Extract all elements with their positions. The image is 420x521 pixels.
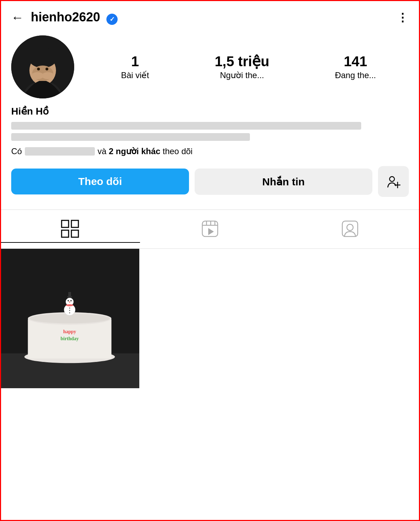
reels-icon <box>201 220 219 238</box>
svg-point-11 <box>390 177 394 181</box>
posts-grid: happy birthday <box>0 249 420 388</box>
followers-count: 1,5 triệu <box>215 54 269 69</box>
svg-rect-15 <box>71 220 78 227</box>
grid-icon <box>61 220 79 238</box>
verified-icon: ✓ <box>106 14 118 25</box>
followers-notice-suffix: và 2 người khác theo dõi <box>98 146 192 156</box>
more-options-button[interactable]: ⋮ <box>397 12 409 23</box>
following-label: Đang the... <box>335 70 376 80</box>
posts-label: Bài viết <box>121 70 149 80</box>
svg-point-42 <box>69 308 70 309</box>
svg-text:birthday: birthday <box>61 336 79 341</box>
svg-point-43 <box>69 310 70 311</box>
stat-followers[interactable]: 1,5 triệu Người the... <box>215 54 269 80</box>
profile-header: ← hienho2620 ✓ ⋮ <box>0 0 420 32</box>
svg-rect-18 <box>202 221 218 236</box>
tab-reels[interactable] <box>140 215 280 243</box>
followers-notice: Có và 2 người khác theo dõi <box>11 146 409 156</box>
svg-point-44 <box>69 313 70 314</box>
stats-row: 1 Bài viết 1,5 triệu Người the... 141 Đa… <box>88 54 409 80</box>
following-count: 141 <box>344 54 367 69</box>
avatar[interactable] <box>11 35 74 98</box>
svg-point-9 <box>37 68 40 70</box>
followers-notice-prefix: Có <box>11 146 22 156</box>
profile-name: Hiền Hồ <box>11 105 409 117</box>
svg-point-41 <box>66 304 74 306</box>
stat-posts[interactable]: 1 Bài viết <box>121 54 149 80</box>
bio-section <box>11 122 409 141</box>
followers-blur <box>25 147 95 156</box>
add-person-icon <box>386 174 400 188</box>
svg-rect-17 <box>71 230 78 237</box>
svg-point-25 <box>347 224 353 231</box>
other-followers-count: 2 người khác <box>109 146 160 156</box>
verified-badge-container: ✓ <box>106 14 118 25</box>
svg-marker-23 <box>208 228 214 235</box>
svg-point-38 <box>69 301 70 303</box>
avatar-image <box>11 35 74 98</box>
add-friend-button[interactable] <box>378 166 409 197</box>
tab-tagged[interactable] <box>280 215 420 243</box>
message-button[interactable]: Nhắn tin <box>195 169 372 195</box>
svg-text:happy: happy <box>63 329 76 334</box>
tab-bar <box>0 210 420 249</box>
bio-line-1 <box>11 122 361 130</box>
svg-point-10 <box>46 68 48 70</box>
back-button[interactable]: ← <box>11 10 24 25</box>
username-title: hienho2620 ✓ <box>31 10 390 25</box>
svg-point-37 <box>70 300 72 301</box>
bio-line-2 <box>11 133 250 141</box>
svg-rect-40 <box>68 292 71 297</box>
action-buttons: Theo dõi Nhắn tin <box>11 166 409 197</box>
tab-grid[interactable] <box>0 215 140 243</box>
followers-label: Người the... <box>220 70 264 80</box>
post-image: happy birthday <box>0 249 139 388</box>
svg-point-5 <box>36 46 49 56</box>
posts-count: 1 <box>131 54 139 69</box>
post-item[interactable]: happy birthday <box>0 249 139 388</box>
follow-button[interactable]: Theo dõi <box>11 169 189 194</box>
svg-rect-16 <box>62 230 69 237</box>
stat-following[interactable]: 141 Đang the... <box>335 54 376 80</box>
svg-point-8 <box>42 72 54 79</box>
profile-section: 1 Bài viết 1,5 triệu Người the... 141 Đa… <box>0 32 420 197</box>
svg-rect-14 <box>62 220 69 227</box>
tagged-icon <box>341 220 359 238</box>
profile-top: 1 Bài viết 1,5 triệu Người the... 141 Đa… <box>11 35 409 98</box>
svg-point-36 <box>68 300 69 301</box>
